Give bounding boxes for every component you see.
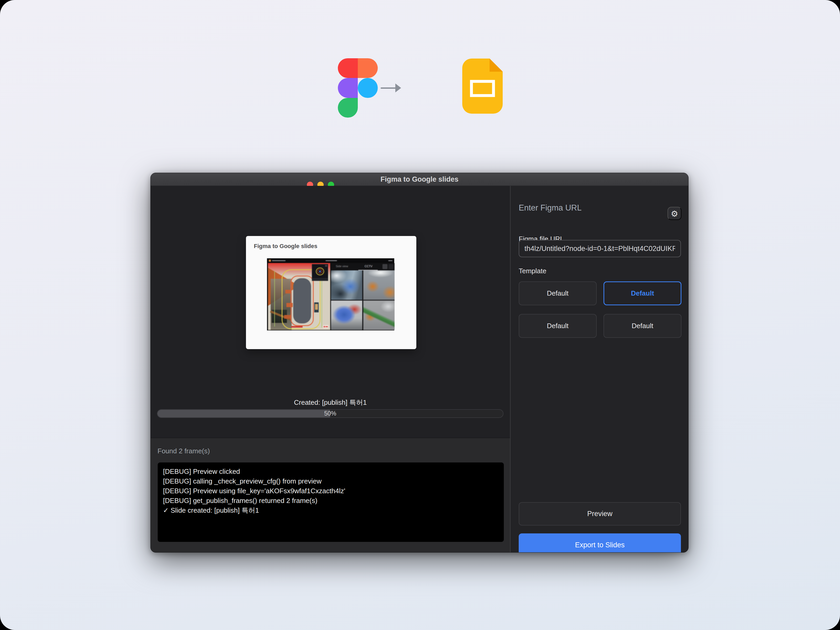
template-label: Template [519,267,546,275]
figma-logo-blue-shape [358,78,378,98]
progress-bar: 50% [157,409,504,418]
frames-section: Found 2 frame(s) [DEBUG] Preview clicked… [151,437,510,553]
found-frames-label: Found 2 frame(s) [158,447,210,455]
figma-logo-red-shape [338,58,358,78]
cctv-camera-3 [331,300,362,330]
tab-cctv[interactable]: CCTV [365,265,373,268]
cctv-grid-button[interactable] [382,264,387,269]
settings-button[interactable]: ⚙ [668,207,681,220]
cctv-camera-1 [331,270,362,300]
log-line: ✓ Slide created: [publish] 특허1 [163,505,499,515]
screenshot-app-logo-icon [269,260,271,262]
floor-plan-view [268,263,330,330]
figma-logo-purple-shape [338,78,358,98]
cctv-list-button[interactable] [388,264,393,269]
figma-url-input[interactable] [519,240,681,257]
slide-preview-card: Figma to Google slides [246,236,416,349]
template-button-4[interactable]: Default [603,314,681,338]
template-button-3[interactable]: Default [519,314,597,338]
cctv-camera-2 [363,270,395,300]
preview-button[interactable]: Preview [519,502,681,526]
log-line: [DEBUG] calling _check_preview_cfg() fro… [163,477,499,486]
page-background: Figma to Google slides Figma to Google s… [0,0,840,630]
vehicle-silhouette [293,278,311,324]
slide-title: Figma to Google slides [254,243,317,249]
template-button-2-selected[interactable]: Default [603,281,681,305]
google-slides-logo-icon [462,58,503,114]
figma-logo-icon [338,58,378,118]
tab-side-view[interactable]: Side view [336,265,348,268]
cctv-panel: Side view CCTV [331,263,395,330]
log-line: [DEBUG] Preview clicked [163,467,499,477]
export-to-slides-button[interactable]: Export to Slides [519,534,681,553]
floor-red-label [291,326,303,328]
cctv-camera-4 [363,300,395,330]
progress-percent: 50% [158,410,503,417]
screenshot-topbar [267,259,394,262]
template-button-1[interactable]: Default [519,281,597,305]
rec-badge [323,325,328,328]
slide-screenshot: Side view CCTV [267,258,394,330]
preview-panel: Figma to Google slides [151,186,510,553]
titlebar[interactable]: Figma to Google slides [151,173,688,186]
panel-heading: Enter Figma URL [519,203,581,213]
log-line: [DEBUG] Preview using file_key='aKOFsx9w… [163,486,499,496]
right-arrow-icon [381,84,401,92]
figma-logo-green-shape [338,98,358,118]
created-status: Created: [publish] 특허1 [151,398,510,407]
figma-logo-orange-shape [358,58,378,78]
debug-log[interactable]: [DEBUG] Preview clicked [DEBUG] calling … [158,462,504,542]
app-window: Figma to Google slides Figma to Google s… [150,173,688,553]
window-title: Figma to Google slides [151,173,688,186]
log-line: [DEBUG] get_publish_frames() returned 2 … [163,496,499,505]
gear-icon: ⚙ [671,209,678,218]
settings-panel: Enter Figma URL ⚙ Figma file URL Templat… [510,186,688,553]
minimap-overlay [312,264,328,281]
